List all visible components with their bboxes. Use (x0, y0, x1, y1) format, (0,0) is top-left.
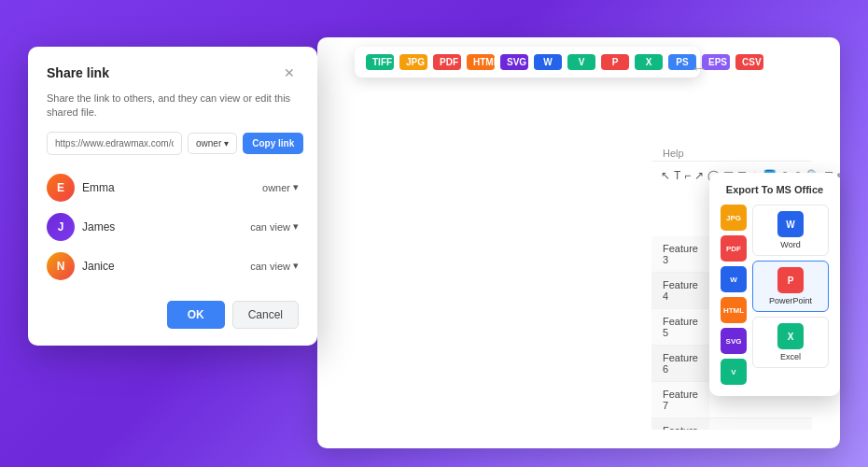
user-info-james: J James (47, 213, 115, 241)
link-input[interactable] (47, 132, 182, 155)
sidebar-icon-word[interactable]: W (721, 266, 747, 292)
user-list: E Emma owner ▾ J James can view ▾ N Jani… (47, 168, 299, 286)
format-jpg[interactable]: JPG (399, 54, 427, 70)
cell (709, 418, 774, 431)
dialog-title: Share link (47, 65, 109, 80)
role-label-emma: owner (262, 182, 290, 193)
cell (774, 418, 812, 431)
chevron-down-icon: ▾ (293, 220, 299, 233)
user-row-emma: E Emma owner ▾ (47, 168, 299, 207)
word-label: Word (780, 240, 800, 249)
chevron-down-icon: ▾ (224, 138, 229, 149)
user-name-james: James (82, 220, 115, 234)
feature-name: Feature 7 (651, 382, 709, 418)
user-row-james: J James can view ▾ (47, 207, 299, 247)
format-word[interactable]: W (534, 54, 562, 70)
toolbar-shape1[interactable]: ⌐ (684, 165, 691, 186)
sidebar-icon-html[interactable]: HTML (721, 297, 747, 323)
feature-name: Feature 8 (651, 418, 709, 431)
ok-button[interactable]: OK (167, 301, 225, 329)
format-excel[interactable]: X (635, 54, 663, 70)
chevron-down-icon: ▾ (293, 260, 299, 272)
avatar-james: J (47, 213, 75, 241)
export-toolbar: TIFF JPG PDF HTML SVG W V P X PS EPS CSV (355, 47, 700, 78)
word-icon: W (777, 211, 804, 237)
export-items: W Word P PowerPoint X Excel (752, 205, 829, 385)
format-html[interactable]: HTML (467, 54, 495, 70)
table-row: Feature 8 ✓ ✔ (651, 418, 812, 431)
link-role-select[interactable]: owner ▾ (188, 133, 237, 154)
link-row: owner ▾ Copy link (47, 132, 299, 155)
user-info-emma: E Emma (47, 174, 115, 202)
role-select-emma[interactable]: owner ▾ (262, 181, 299, 193)
toolbar-arrow[interactable]: ↗ (694, 165, 704, 186)
user-name-janice: Janice (82, 260, 115, 273)
toolbar-cursor[interactable]: ↖ (661, 165, 670, 186)
format-svg[interactable]: SVG (500, 54, 528, 70)
cancel-button[interactable]: Cancel (232, 301, 299, 329)
share-dialog: Share link ✕ Share the link to others, a… (28, 47, 317, 346)
ppt-icon: P (777, 267, 804, 293)
export-panel-title: Export To MS Office (721, 184, 829, 195)
role-select-janice[interactable]: can view ▾ (250, 260, 299, 272)
role-label-janice: can view (250, 261, 290, 272)
avatar-janice: N (47, 252, 75, 280)
header-feature (651, 191, 709, 236)
export-excel[interactable]: X Excel (752, 317, 829, 368)
feature-name: Feature 6 (651, 346, 709, 382)
format-tiff[interactable]: TIFF (366, 54, 394, 70)
sidebar-icon-pdf[interactable]: PDF (721, 235, 747, 262)
close-icon[interactable]: ✕ (280, 64, 299, 82)
export-panel-grid: JPG PDF W HTML SVG V W Word P PowerPoint… (721, 205, 829, 385)
export-powerpoint[interactable]: P PowerPoint (752, 261, 829, 312)
export-word[interactable]: W Word (752, 205, 829, 256)
help-label: Help (663, 148, 684, 159)
copy-link-button[interactable]: Copy link (243, 133, 303, 154)
feature-name: Feature 4 (651, 273, 709, 309)
user-info-janice: N Janice (47, 252, 115, 280)
user-name-emma: Emma (82, 181, 115, 194)
ppt-label: PowerPoint (769, 296, 812, 305)
dialog-actions: OK Cancel (47, 301, 299, 329)
export-sidebar: JPG PDF W HTML SVG V (721, 205, 747, 385)
feature-name: Feature 3 (651, 236, 709, 273)
role-label-james: can view (250, 221, 290, 233)
format-pdf[interactable]: PDF (433, 54, 461, 70)
sidebar-icon-visio[interactable]: V (721, 359, 747, 385)
format-ppt[interactable]: P (601, 54, 629, 70)
format-csv[interactable]: CSV (735, 54, 763, 70)
excel-label: Excel (780, 352, 801, 361)
export-panel: Export To MS Office JPG PDF W HTML SVG V… (709, 173, 840, 396)
sidebar-icon-jpg[interactable]: JPG (721, 205, 747, 231)
role-select-james[interactable]: can view ▾ (250, 220, 299, 233)
chevron-down-icon: ▾ (293, 181, 299, 193)
arrow-indicator: ← (691, 59, 707, 78)
format-visio[interactable]: V (567, 54, 595, 70)
toolbar-text[interactable]: T (674, 165, 680, 186)
dialog-header: Share link ✕ (47, 64, 299, 82)
feature-name: Feature 5 (651, 309, 709, 346)
sidebar-icon-svg[interactable]: SVG (721, 328, 747, 354)
user-row-janice: N Janice can view ▾ (47, 247, 299, 286)
link-role-label: owner (196, 138, 221, 149)
dialog-subtitle: Share the link to others, and they can v… (47, 92, 299, 120)
excel-icon: X (777, 323, 804, 349)
avatar-emma: E (47, 174, 75, 202)
